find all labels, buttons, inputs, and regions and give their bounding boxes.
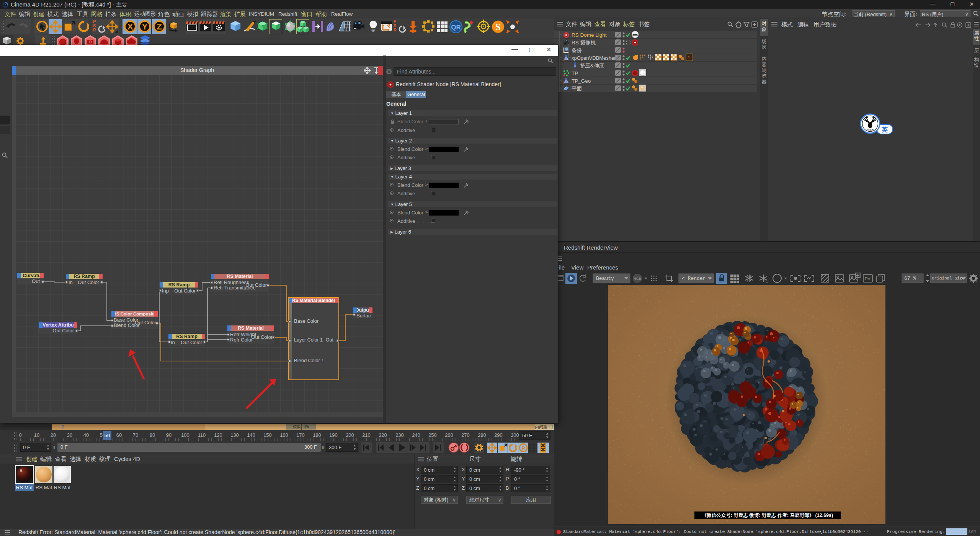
svg-text:行庚志: 行庚志	[867, 128, 874, 131]
svg-text:S: S	[495, 22, 501, 32]
svg-text:67 %: 67 %	[904, 276, 916, 281]
svg-text:英: 英	[881, 126, 888, 133]
svg-text:挤压&伸展: 挤压&伸展	[580, 63, 604, 69]
svg-text:P: P	[522, 445, 525, 451]
svg-text:TP_Geo: TP_Geo	[572, 78, 591, 84]
svg-text:Z: Z	[157, 22, 162, 31]
svg-text:a: a	[563, 80, 565, 84]
svg-text:RS Dome Light: RS Dome Light	[572, 32, 607, 38]
svg-text:X: X	[127, 22, 133, 31]
svg-text:Beauty: Beauty	[596, 276, 614, 281]
svg-text:平面: 平面	[572, 86, 582, 92]
svg-text:PV: PV	[865, 276, 871, 281]
svg-text:Original Size: Original Size	[932, 276, 965, 281]
svg-text:xpOpenVDBMesher: xpOpenVDBMesher	[572, 55, 616, 61]
svg-text:G: G	[766, 280, 768, 284]
svg-text:a: a	[563, 57, 565, 61]
svg-text:a: a	[563, 73, 565, 77]
svg-text:RGB: RGB	[634, 277, 641, 281]
svg-text:《微信公众号: 野鹿志 微博: 野鹿志 作者: 马鹿野郎: 《微信公众号: 野鹿志 微博: 野鹿志 作者: 马鹿野郎》 (12.69s)	[702, 512, 833, 518]
svg-text:TP: TP	[572, 70, 578, 76]
svg-text:Y: Y	[142, 22, 148, 31]
svg-text:< Render >: < Render >	[682, 276, 712, 281]
svg-text:QR: QR	[451, 24, 461, 31]
svg-text:备份: 备份	[572, 47, 582, 53]
svg-text:RS 摄像机: RS 摄像机	[572, 40, 596, 46]
